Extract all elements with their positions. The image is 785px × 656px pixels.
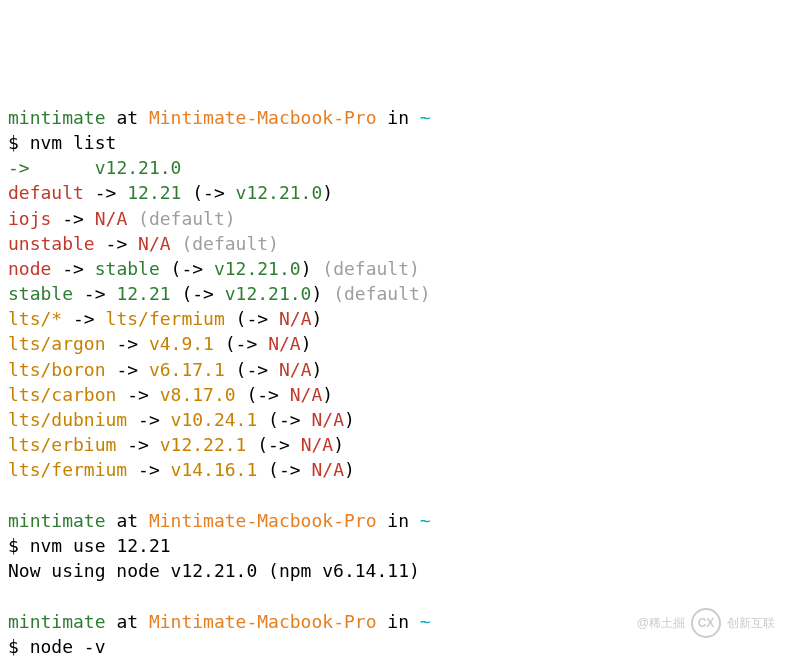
nvm-val: lts/fermium (106, 308, 225, 329)
nvm-key-stable: stable (8, 283, 73, 304)
nvm-val: v4.9.1 (149, 333, 214, 354)
watermark-text1: @稀土掘 (637, 615, 685, 632)
prompt-path: ~ (420, 107, 431, 128)
nvm-suffix: (default) (322, 283, 430, 304)
nvm-val: v10.24.1 (171, 409, 258, 430)
prompt-in: in (376, 611, 419, 632)
nvm-arrow: -> (116, 384, 159, 405)
prompt-char: $ (8, 636, 30, 656)
nvm-arrow: -> (62, 308, 105, 329)
nvm-resolved: N/A (301, 434, 334, 455)
nvm-key-fermium: lts/fermium (8, 459, 127, 480)
nvm-val: v12.22.1 (160, 434, 247, 455)
nvm-arrow: -> (116, 434, 159, 455)
prompt-user: mintimate (8, 611, 106, 632)
prompt-at: at (106, 611, 149, 632)
watermark-text2: 创新互联 (727, 615, 775, 632)
nvm-key-argon: lts/argon (8, 333, 106, 354)
nvm-resolved: N/A (279, 359, 312, 380)
nvm-val: v14.16.1 (171, 459, 258, 480)
nvm-key-boron: lts/boron (8, 359, 106, 380)
nvm-suffix: (default) (311, 258, 419, 279)
nvm-key-iojs: iojs (8, 208, 51, 229)
nvm-close: ) (311, 283, 322, 304)
nvm-open: (-> (236, 384, 290, 405)
prompt-user: mintimate (8, 510, 106, 531)
nvm-key-erbium: lts/erbium (8, 434, 116, 455)
nvm-arrow: -> (51, 258, 94, 279)
nvm-arrow: -> (51, 208, 94, 229)
nvm-close: ) (344, 409, 355, 430)
nvm-key-carbon: lts/carbon (8, 384, 116, 405)
nvm-val: v8.17.0 (160, 384, 236, 405)
terminal-output[interactable]: mintimate at Mintimate-Macbook-Pro in ~ … (8, 105, 777, 656)
nvm-close: ) (301, 258, 312, 279)
nvm-arrow: -> (84, 182, 127, 203)
nvm-suffix: (default) (127, 208, 235, 229)
nvm-val: stable (95, 258, 160, 279)
nvm-open: (-> (181, 182, 235, 203)
nvm-close: ) (311, 308, 322, 329)
nvm-arrow: -> (127, 409, 170, 430)
nvm-current-arrow: -> (8, 157, 30, 178)
prompt-at: at (106, 510, 149, 531)
prompt-at: at (106, 107, 149, 128)
watermark-logo-icon: CX (691, 608, 721, 638)
nvm-open: (-> (171, 283, 225, 304)
nvm-val: N/A (138, 233, 171, 254)
nvm-close: ) (344, 459, 355, 480)
nvm-key-ltsstar: lts/* (8, 308, 62, 329)
nvm-key-default: default (8, 182, 84, 203)
prompt-char: $ (8, 535, 30, 556)
nvm-open: (-> (257, 409, 311, 430)
nvm-arrow: -> (106, 359, 149, 380)
nvm-resolved: v12.21.0 (225, 283, 312, 304)
nvm-arrow: -> (127, 459, 170, 480)
nvm-open: (-> (214, 333, 268, 354)
nvm-open: (-> (246, 434, 300, 455)
nvm-use-output: Now using node v12.21.0 (npm v6.14.11) (8, 560, 420, 581)
nvm-resolved: N/A (268, 333, 301, 354)
nvm-close: ) (333, 434, 344, 455)
prompt-host: Mintimate-Macbook-Pro (149, 611, 377, 632)
command-text: nvm use 12.21 (30, 535, 171, 556)
nvm-val: 12.21 (116, 283, 170, 304)
nvm-resolved: N/A (279, 308, 312, 329)
nvm-open: (-> (225, 359, 279, 380)
command-text: node -v (30, 636, 106, 656)
prompt-user: mintimate (8, 107, 106, 128)
prompt-path: ~ (420, 611, 431, 632)
nvm-resolved: N/A (311, 409, 344, 430)
prompt-host: Mintimate-Macbook-Pro (149, 510, 377, 531)
nvm-arrow: -> (73, 283, 116, 304)
nvm-current-version: v12.21.0 (95, 157, 182, 178)
prompt-in: in (376, 107, 419, 128)
nvm-spacer (30, 157, 95, 178)
nvm-close: ) (322, 384, 333, 405)
nvm-arrow: -> (95, 233, 138, 254)
nvm-key-dubnium: lts/dubnium (8, 409, 127, 430)
nvm-key-node: node (8, 258, 51, 279)
nvm-open: (-> (257, 459, 311, 480)
nvm-resolved: N/A (290, 384, 323, 405)
prompt-host: Mintimate-Macbook-Pro (149, 107, 377, 128)
nvm-val: 12.21 (127, 182, 181, 203)
nvm-close: ) (301, 333, 312, 354)
nvm-key-unstable: unstable (8, 233, 95, 254)
nvm-val: v6.17.1 (149, 359, 225, 380)
nvm-open: (-> (225, 308, 279, 329)
nvm-open: (-> (160, 258, 214, 279)
watermark: @稀土掘 CX 创新互联 (637, 608, 775, 638)
nvm-val: N/A (95, 208, 128, 229)
prompt-in: in (376, 510, 419, 531)
nvm-suffix: (default) (171, 233, 279, 254)
prompt-path: ~ (420, 510, 431, 531)
nvm-resolved: v12.21.0 (214, 258, 301, 279)
nvm-close: ) (322, 182, 333, 203)
prompt-char: $ (8, 132, 30, 153)
nvm-resolved: N/A (311, 459, 344, 480)
command-text: nvm list (30, 132, 117, 153)
nvm-close: ) (311, 359, 322, 380)
nvm-arrow: -> (106, 333, 149, 354)
nvm-resolved: v12.21.0 (236, 182, 323, 203)
